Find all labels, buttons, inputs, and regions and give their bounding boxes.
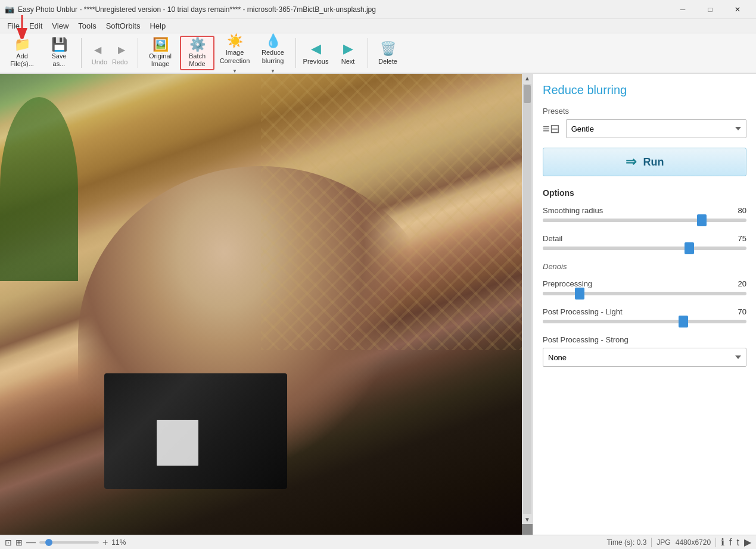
right-panel: Reduce blurring Presets ≡⊟ Gentle Standa… — [533, 74, 756, 535]
post-strong-select[interactable]: None Light Standard Strong — [543, 348, 746, 367]
save-icon: 💾 — [51, 38, 67, 51]
smoothing-radius-fill — [543, 219, 702, 222]
presets-label: Presets — [543, 107, 746, 116]
menu-help[interactable]: Help — [145, 20, 170, 32]
zoom-select-icon[interactable]: ⊞ — [15, 538, 23, 547]
image-scrollbar-v[interactable]: ▲ ▼ — [522, 74, 533, 524]
post-light-fill — [543, 320, 683, 323]
separator-1 — [81, 38, 82, 68]
smoothing-radius-track[interactable] — [543, 219, 746, 222]
run-label: Run — [643, 156, 664, 169]
post-strong-row: Post Processing - Strong None Light Stan… — [543, 335, 746, 367]
menu-edit[interactable]: Edit — [24, 20, 47, 32]
zoom-fit-icon[interactable]: ⊡ — [5, 538, 12, 547]
post-light-thumb[interactable] — [679, 316, 688, 327]
menu-softorbits[interactable]: SoftOrbits — [101, 20, 145, 32]
menu-view[interactable]: View — [47, 20, 73, 32]
original-image-label: Original Image — [149, 52, 172, 68]
detail-thumb[interactable] — [685, 242, 694, 254]
preprocessing-label: Preprocessing — [543, 279, 592, 288]
main-content: ▲ ▼ Reduce blurring Presets ≡⊟ Gentle St… — [0, 74, 756, 535]
photo-container — [0, 74, 522, 535]
reduce-blurring-label: Reduce blurring — [262, 49, 284, 64]
smoothing-radius-label: Smoothing radius — [543, 206, 603, 215]
run-arrow-icon: ⇒ — [626, 154, 636, 170]
post-light-header: Post Processing - Light 70 — [543, 307, 746, 316]
minimize-button[interactable]: ─ — [669, 0, 696, 19]
save-as-button[interactable]: 💾 Save as... — [42, 36, 76, 70]
zoom-minus[interactable]: — — [26, 537, 36, 548]
undo-label: Undo — [92, 58, 107, 65]
detail-track[interactable] — [543, 247, 746, 250]
menu-file[interactable]: File — [2, 20, 24, 32]
zoom-track[interactable] — [39, 541, 99, 544]
undo-redo-row: ◀ ▶ — [86, 40, 133, 58]
redo-label: Redo — [112, 58, 127, 65]
scroll-track-v[interactable] — [523, 84, 531, 514]
batch-mode-icon: ⚙️ — [189, 38, 206, 51]
scroll-thumb-v[interactable] — [524, 85, 531, 103]
image-correction-label: Image Correction — [220, 49, 250, 64]
add-files-icon: 📁 — [14, 38, 30, 51]
youtube-icon[interactable]: ▶ — [744, 536, 751, 548]
zoom-thumb[interactable] — [45, 539, 52, 546]
original-image-button[interactable]: 🖼️ Original Image — [143, 36, 178, 70]
post-light-label: Post Processing - Light — [543, 307, 623, 316]
windows-logo — [157, 420, 198, 466]
detail-header: Detail 75 — [543, 234, 746, 243]
preprocessing-track[interactable] — [543, 292, 746, 295]
maximize-button[interactable]: □ — [696, 0, 724, 19]
delete-button[interactable]: 🗑️ Delete — [373, 36, 403, 70]
status-left: ⊡ ⊞ — + 11% — [5, 537, 602, 548]
preprocessing-thumb[interactable] — [575, 288, 584, 300]
twitter-icon[interactable]: t — [737, 537, 739, 548]
zoom-plus[interactable]: + — [102, 537, 108, 548]
redo-button[interactable]: ▶ — [110, 40, 133, 58]
scroll-down-arrow[interactable]: ▼ — [523, 515, 531, 524]
toolbar: 📁 Add File(s)... 💾 Save as... ◀ ▶ Undo R… — [0, 33, 756, 74]
next-label: Next — [341, 58, 355, 65]
zoom-value: 11% — [111, 538, 126, 547]
image-correction-icon: ☀️ — [227, 35, 243, 48]
detail-row: Detail 75 — [543, 234, 746, 250]
undo-redo-group: ◀ ▶ Undo Redo — [86, 40, 133, 65]
facebook-icon[interactable]: f — [729, 537, 732, 548]
add-files-label: Add File(s)... — [10, 52, 34, 68]
image-area[interactable]: ▲ ▼ — [0, 74, 533, 535]
reduce-blurring-icon: 💧 — [265, 35, 281, 48]
status-sep-2 — [715, 538, 716, 547]
separator-2 — [138, 38, 138, 68]
status-bar: ⊡ ⊞ — + 11% Time (s): 0.3 JPG 4480x6720 … — [0, 535, 756, 549]
reduce-blurring-button[interactable]: 💧 Reduce blurring — [255, 33, 291, 67]
reduce-blurring-section: 💧 Reduce blurring ▼ — [255, 33, 291, 74]
file-dimensions: 4480x6720 — [676, 538, 711, 547]
preprocessing-value: 20 — [729, 279, 746, 288]
image-correction-button[interactable]: ☀️ Image Correction — [217, 33, 253, 67]
smoothing-radius-thumb[interactable] — [697, 214, 707, 226]
menu-tools[interactable]: Tools — [73, 20, 101, 32]
scroll-up-arrow[interactable]: ▲ — [523, 74, 531, 83]
reduce-blurring-dropdown-arrow: ▼ — [270, 68, 275, 74]
preset-select[interactable]: Gentle Standard Strong Custom — [566, 119, 746, 138]
plant-element — [0, 97, 78, 282]
undo-button[interactable]: ◀ — [86, 40, 109, 58]
photo-image — [0, 74, 522, 535]
batch-mode-button[interactable]: ⚙️ Batch Mode — [180, 36, 214, 70]
previous-button[interactable]: ◀ Previous — [301, 36, 331, 70]
info-icon[interactable]: ℹ — [721, 536, 724, 548]
post-strong-label: Post Processing - Strong — [543, 335, 746, 344]
status-right: Time (s): 0.3 JPG 4480x6720 ℹ f t ▶ — [606, 536, 751, 548]
preprocessing-fill — [543, 292, 580, 295]
close-button[interactable]: ✕ — [724, 0, 751, 19]
undo-redo-labels: Undo Redo — [92, 58, 128, 65]
time-label: Time (s): 0.3 — [606, 538, 646, 547]
smoothing-radius-header: Smoothing radius 80 — [543, 206, 746, 215]
next-button[interactable]: ▶ Next — [333, 36, 363, 70]
run-button[interactable]: ⇒ Run — [543, 148, 746, 176]
delete-icon: 🗑️ — [380, 41, 396, 57]
options-title: Options — [543, 188, 746, 198]
add-files-button[interactable]: 📁 Add File(s)... — [5, 36, 39, 70]
image-correction-section: ☀️ Image Correction ▼ — [217, 33, 253, 74]
post-light-track[interactable] — [543, 320, 746, 323]
app-icon: 📷 — [5, 5, 14, 14]
